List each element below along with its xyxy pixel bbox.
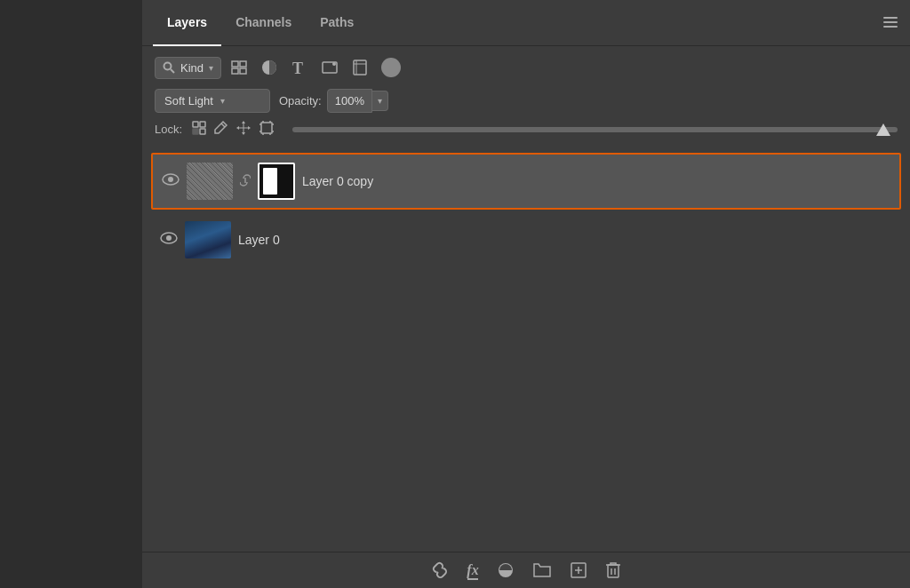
search-icon <box>163 61 175 74</box>
svg-rect-13 <box>354 60 366 75</box>
new-group-button[interactable] <box>532 561 552 579</box>
opacity-input-wrapper: 100% ▾ <box>327 89 388 113</box>
blend-mode-dropdown[interactable]: Soft Light ▾ <box>155 89 270 113</box>
layers-list: Layer 0 copy Layer 0 <box>142 147 910 354</box>
layer-visibility-icon[interactable] <box>162 173 180 189</box>
blend-mode-value: Soft Light <box>164 94 213 107</box>
fill-slider[interactable] <box>292 127 898 132</box>
svg-rect-28 <box>608 565 619 577</box>
svg-rect-6 <box>240 61 246 67</box>
kind-dropdown[interactable]: Kind ▾ <box>155 57 221 79</box>
delete-layer-button[interactable] <box>605 561 621 579</box>
empty-space <box>142 354 910 552</box>
shape-filter-icon[interactable] <box>317 55 342 80</box>
svg-point-12 <box>332 62 336 66</box>
lock-position-icon[interactable] <box>235 120 251 139</box>
lock-image-pixels-icon[interactable] <box>214 120 228 139</box>
svg-point-23 <box>166 235 172 241</box>
opacity-value[interactable]: 100% <box>327 89 372 113</box>
blend-opacity-row: Soft Light ▾ Opacity: 100% ▾ <box>142 89 910 120</box>
opacity-label: Opacity: <box>279 94 322 107</box>
layer-chain-icon <box>240 173 251 190</box>
fx-label: fx <box>467 562 478 578</box>
svg-point-20 <box>168 177 173 182</box>
layer-thumbnail <box>185 221 231 258</box>
bottom-toolbar: fx <box>142 552 910 588</box>
svg-line-4 <box>171 69 174 73</box>
kind-chevron-icon: ▾ <box>209 63 213 73</box>
layer-thumbnail-content <box>185 221 231 258</box>
layer-mask-thumbnail <box>258 163 295 200</box>
tab-layers[interactable]: Layers <box>153 0 221 46</box>
svg-rect-7 <box>232 68 238 74</box>
svg-rect-1 <box>883 21 898 23</box>
layer-name: Layer 0 copy <box>302 174 890 188</box>
add-layer-style-button[interactable]: fx <box>467 562 478 578</box>
svg-point-3 <box>164 63 172 70</box>
svg-rect-16 <box>193 129 198 134</box>
filter-toggle[interactable] <box>381 58 401 77</box>
type-filter-icon[interactable]: T <box>287 55 312 80</box>
svg-rect-14 <box>193 122 198 127</box>
svg-rect-17 <box>200 129 205 134</box>
link-layers-button[interactable] <box>431 561 449 579</box>
new-fill-adjustment-button[interactable] <box>497 561 515 579</box>
layer-visibility-icon[interactable] <box>160 232 178 248</box>
lock-artboard-icon[interactable] <box>259 120 275 139</box>
layer-item[interactable]: Layer 0 copy <box>151 153 901 210</box>
left-sidebar <box>0 0 142 588</box>
new-layer-button[interactable] <box>570 561 587 579</box>
filter-toolbar: Kind ▾ T <box>142 46 910 89</box>
svg-rect-2 <box>883 26 898 28</box>
layer-thumbnail <box>187 163 233 200</box>
svg-rect-15 <box>200 122 205 127</box>
adjustment-filter-icon[interactable] <box>257 55 282 80</box>
tab-paths[interactable]: Paths <box>306 0 368 46</box>
layer-item[interactable]: Layer 0 <box>153 211 899 268</box>
lock-row: Lock: <box>142 120 910 147</box>
pixel-filter-icon[interactable] <box>227 55 251 80</box>
fill-slider-container <box>283 127 898 132</box>
svg-text:T: T <box>292 60 303 75</box>
fill-slider-thumb <box>876 123 890 136</box>
svg-rect-8 <box>240 68 246 74</box>
opacity-group: Opacity: 100% ▾ <box>279 89 388 113</box>
lock-icons-group <box>191 120 275 139</box>
smart-object-filter-icon[interactable] <box>347 55 372 80</box>
blend-chevron-icon: ▾ <box>220 96 225 106</box>
layer-thumbnail-content <box>187 163 233 200</box>
lock-label: Lock: <box>155 123 182 136</box>
lock-transparent-icon[interactable] <box>191 120 207 139</box>
layer-name: Layer 0 <box>238 233 892 247</box>
svg-rect-5 <box>232 61 238 67</box>
layer-mask-content <box>263 168 277 195</box>
layers-panel: Layers Channels Paths Kind ▾ <box>142 0 910 588</box>
svg-rect-18 <box>261 123 272 133</box>
panel-menu-button[interactable] <box>883 15 898 31</box>
tab-bar: Layers Channels Paths <box>142 0 910 46</box>
tab-channels[interactable]: Channels <box>221 0 306 46</box>
svg-rect-0 <box>883 17 898 19</box>
opacity-chevron-icon[interactable]: ▾ <box>372 91 388 111</box>
